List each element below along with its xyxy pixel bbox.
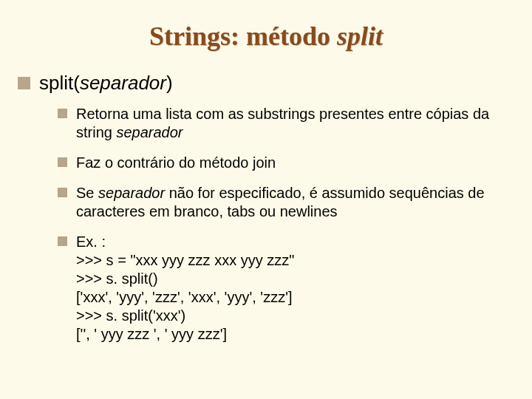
title-plain: Strings: método [149,21,337,51]
slide: Strings: método split split(separador) R… [0,0,532,399]
bullet-square-icon [58,109,67,118]
example-label: Ex. : [76,233,294,251]
title-italic: split [337,21,383,51]
method-name: split( [39,72,80,94]
bullet-level2-text: Se separador não for especificado, é ass… [76,184,510,221]
bullet-square-icon [58,157,67,167]
bullet-level2-example: Ex. : >>> s = "xxx yyy zzz xxx yyy zzz" … [58,233,510,344]
example-line: >>> s. split('xxx') [76,307,294,325]
bullet-square-icon [58,188,67,197]
bullet-level2-text: Faz o contrário do método join [76,154,276,172]
example-text: Ex. : >>> s = "xxx yyy zzz xxx yyy zzz" … [76,233,294,344]
bullet-level2: Se separador não for especificado, é ass… [58,184,510,221]
bullet-square-icon [58,236,67,246]
method-close: ) [166,72,173,94]
example-line: >>> s = "xxx yyy zzz xxx yyy zzz" [76,251,294,270]
method-arg: separador [80,72,166,94]
text-italic: separador [116,124,183,140]
bullet-square-icon [18,77,30,89]
example-line: ['xxx', 'yyy', 'zzz', 'xxx', 'yyy', 'zzz… [76,288,294,307]
bullet-level2-text: Retorna uma lista com as substrings pres… [76,105,510,142]
bullet-level2: Faz o contrário do método join [58,154,510,172]
bullet-level2: Retorna uma lista com as substrings pres… [58,105,510,142]
bullet-level2-group: Retorna uma lista com as substrings pres… [58,105,510,344]
text-pre: Faz o contrário do método join [76,154,276,171]
slide-title: Strings: método split [22,21,510,52]
example-line: >>> s. split() [76,270,294,288]
bullet-level1-text: split(separador) [39,72,173,95]
bullet-level1: split(separador) [18,72,510,95]
text-italic: separador [98,185,165,201]
text-pre: Se [76,185,98,201]
example-line: ['', ' yyy zzz ', ' yyy zzz'] [76,325,294,344]
